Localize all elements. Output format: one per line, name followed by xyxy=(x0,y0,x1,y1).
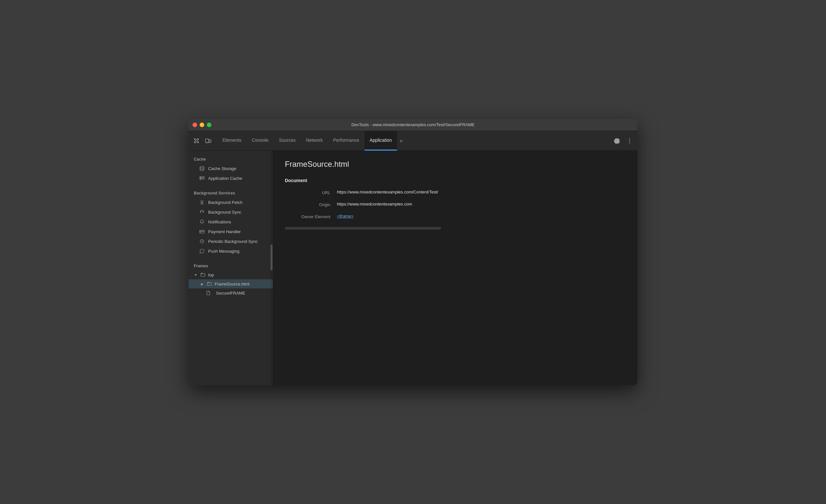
background-sync-icon xyxy=(199,209,205,215)
cache-storage-icon xyxy=(199,166,205,171)
document-section-header: Document xyxy=(285,178,626,183)
window-title: DevTools - www.mixedcontentexamples.com/… xyxy=(352,122,475,127)
application-cache-icon xyxy=(199,175,205,181)
frame-item-framesource[interactable]: ▶ FrameSource.html xyxy=(189,279,273,289)
device-icon[interactable] xyxy=(203,136,213,146)
svg-point-7 xyxy=(200,167,204,168)
tab-console[interactable]: Console xyxy=(246,131,274,150)
devtools-window: DevTools - www.mixedcontentexamples.com/… xyxy=(189,119,637,385)
sidebar-item-notifications[interactable]: Notifications xyxy=(189,217,273,227)
spacer-2 xyxy=(189,256,273,261)
traffic-lights xyxy=(192,123,212,127)
minimize-button[interactable] xyxy=(200,123,204,127)
sidebar-item-payment-handler[interactable]: Payment Handler xyxy=(189,227,273,236)
svg-point-6 xyxy=(629,142,630,143)
origin-value: https://www.mixedcontentexamples.com xyxy=(337,202,626,206)
svg-rect-14 xyxy=(200,230,204,233)
tab-bar: Elements Console Sources Network Perform… xyxy=(189,131,637,150)
frame-folder-icon xyxy=(200,272,205,277)
frame-folder-icon-2 xyxy=(207,281,212,287)
svg-rect-0 xyxy=(195,140,197,142)
more-options-icon[interactable] xyxy=(625,136,635,146)
sidebar-item-background-fetch[interactable]: Background Fetch xyxy=(189,197,273,207)
owner-element-label: Owner Element xyxy=(285,214,337,219)
sidebar-scrollbar[interactable] xyxy=(270,150,273,385)
content-title: FrameSource.html xyxy=(285,160,626,169)
push-messaging-icon xyxy=(199,248,205,254)
sidebar-item-cache-storage[interactable]: Cache Storage xyxy=(189,164,273,173)
notifications-icon xyxy=(199,219,205,225)
maximize-button[interactable] xyxy=(207,123,212,127)
tab-network[interactable]: Network xyxy=(301,131,328,150)
settings-icon[interactable] xyxy=(611,136,622,146)
url-row: URL https://www.mixedcontentexamples.com… xyxy=(285,190,626,195)
svg-point-4 xyxy=(629,138,630,139)
background-section-title: Background Services xyxy=(189,188,273,197)
url-value: https://www.mixedcontentexamples.com/Con… xyxy=(337,190,626,194)
svg-line-19 xyxy=(202,241,203,242)
tab-sources[interactable]: Sources xyxy=(274,131,301,150)
tab-application[interactable]: Application xyxy=(364,131,397,150)
origin-row: Origin https://www.mixedcontentexamples.… xyxy=(285,202,626,207)
sidebar: Cache Cache Storage xyxy=(189,150,273,385)
background-fetch-icon xyxy=(199,199,205,205)
origin-label: Origin xyxy=(285,202,337,207)
tab-more-button[interactable]: » xyxy=(397,131,405,150)
progress-bar xyxy=(285,227,441,230)
url-label: URL xyxy=(285,190,337,195)
frame-item-secureiframe[interactable]: SecureIFRAME xyxy=(189,289,273,298)
sidebar-item-periodic-background-sync[interactable]: Periodic Background Sync xyxy=(189,236,273,246)
inspect-icon[interactable] xyxy=(191,136,201,146)
tab-bar-tools xyxy=(191,136,213,146)
svg-rect-16 xyxy=(200,232,201,233)
file-icon xyxy=(205,290,211,296)
svg-point-5 xyxy=(629,140,630,141)
sidebar-item-push-messaging[interactable]: Push Messaging xyxy=(189,246,273,256)
sidebar-item-application-cache[interactable]: Application Cache xyxy=(189,173,273,183)
owner-element-value[interactable]: <iframe> xyxy=(337,214,626,218)
payment-handler-icon xyxy=(199,229,205,235)
svg-rect-2 xyxy=(209,140,211,142)
frame-item-top[interactable]: ▼ top xyxy=(189,270,273,279)
content-panel: FrameSource.html Document URL https://ww… xyxy=(273,150,637,385)
tab-bar-right xyxy=(611,136,635,146)
chevron-right-icon: ▶ xyxy=(200,282,204,286)
main-content: Cache Cache Storage xyxy=(189,150,637,385)
svg-rect-8 xyxy=(200,177,204,178)
sidebar-item-background-sync[interactable]: Background Sync xyxy=(189,207,273,217)
spacer-1 xyxy=(189,183,273,188)
chevron-down-icon: ▼ xyxy=(194,273,198,277)
periodic-background-sync-icon xyxy=(199,238,205,244)
sidebar-scrollbar-thumb[interactable] xyxy=(271,245,273,270)
svg-rect-9 xyxy=(200,178,204,179)
tab-performance[interactable]: Performance xyxy=(328,131,364,150)
tab-elements[interactable]: Elements xyxy=(217,131,246,150)
svg-point-3 xyxy=(207,142,208,142)
title-bar: DevTools - www.mixedcontentexamples.com/… xyxy=(189,119,637,131)
owner-element-row: Owner Element <iframe> xyxy=(285,214,626,219)
cache-section-title: Cache xyxy=(189,154,273,164)
frames-section-title: Frames xyxy=(189,261,273,270)
close-button[interactable] xyxy=(192,123,197,127)
